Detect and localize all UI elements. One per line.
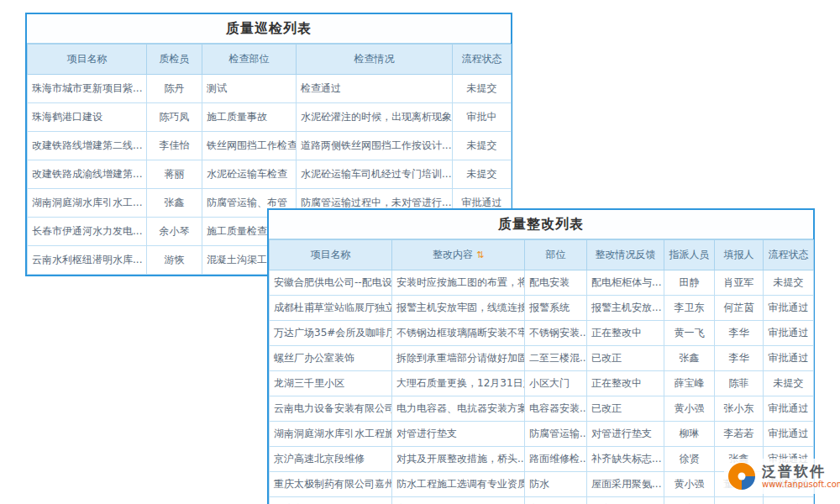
column-header: 质检员 [147, 45, 202, 75]
rectify-feedback: 屋面采用聚氨... [587, 472, 664, 497]
rectify-part: 路面维修检... [525, 447, 587, 472]
inspector-name: 陈巧凤 [147, 103, 202, 132]
inspection-part: 测试 [202, 75, 297, 103]
rectify-part: 配电安装 [525, 270, 587, 296]
rectify-feedback: 已改正 [587, 396, 664, 422]
assignee-name: 黄小强 [664, 472, 715, 497]
patrol-table-row: 改建铁路成渝线增建第...蒋丽水泥砼运输车检查水泥砼运输车司机经过专门培训...… [28, 160, 512, 189]
sort-icon[interactable]: ⇅ [476, 249, 484, 260]
patrol-header-row: 项目名称质检员检查部位检查情况流程状态 [28, 45, 512, 75]
rectify-content: 对其及开展整改措施，桥头... [392, 447, 525, 472]
project-name-link[interactable]: 重庆太极制药有限公司嘉州中... [270, 472, 392, 497]
reporter-name: 何芷茵 [715, 296, 764, 321]
fanpu-logo: 泛普软件 www.fanpusoft.com [724, 459, 840, 494]
reporter-name: 李若若 [715, 422, 764, 447]
reporter-name: 李华 [715, 346, 764, 371]
project-name-link[interactable]: 成都杜甫草堂站临展厅独立展... [270, 296, 392, 321]
rectify-table-row: 螺丝厂办公室装饰拆除到承重墙部分请做好加固...二至三楼混...已改正张鑫李华审… [270, 346, 814, 371]
rectify-table-row: 成都杜甫草堂站临展厅独立展...报警主机安放牢固，线缆连接...报警系统报警主机… [270, 296, 814, 321]
inspector-name: 蒋丽 [147, 160, 202, 189]
assignee-name: 黄小强 [664, 396, 715, 422]
rectify-feedback: 配电柜柜体与... [587, 270, 664, 296]
rectify-content: 对管进行垫支 [392, 422, 525, 447]
project-name-link[interactable]: 云南电力设备安装有限公司20... [270, 396, 392, 422]
workflow-status-badge: 未提交 [764, 497, 814, 504]
patrol-table-title: 质量巡检列表 [27, 14, 511, 44]
project-name-link[interactable]: 长春市伊通河水力发电... [28, 218, 147, 246]
project-name-link[interactable]: 珠海鹤港口建设 [28, 103, 147, 132]
patrol-table-row: 珠海鹤港口建设陈巧凤施工质量事故水泥砼灌注的时候，出现离析现象审批中 [28, 103, 512, 132]
project-name-link[interactable]: 湖南洞庭湖水库引水工... [28, 189, 147, 218]
workflow-status-badge: 未提交 [453, 75, 512, 103]
inspection-situation: 道路两侧铁丝网围挡工作按设计... [297, 132, 453, 160]
assignee-name: 林康平 [664, 497, 715, 504]
workflow-status-badge: 审批通过 [764, 321, 814, 346]
project-name-link[interactable]: 龙湖三千里小区 [270, 371, 392, 396]
rectify-part: 高大植被栽种 [525, 497, 587, 504]
workflow-status-badge: 审批通过 [764, 346, 814, 371]
rectify-table-row: 湖南洞庭湖水库引水工程施工...对管进行垫支防腐管运输...对管进行垫支柳琳李若… [270, 422, 814, 447]
workflow-status-badge: 未提交 [764, 270, 814, 296]
rectify-table-row: 重庆市鹅岭公园绿化景观提升...高大植被栽种注意高大植被栽种已完毕林康平张鑫未提… [270, 497, 814, 504]
column-header: 项目名称 [270, 240, 392, 270]
rectify-feedback: 已改正 [587, 346, 664, 371]
column-header: 整改情况反馈 [587, 240, 664, 270]
project-name-link[interactable]: 安徽合肥供电公司--配电设备... [270, 270, 392, 296]
patrol-table-row: 珠海市城市更新项目紫...陈丹测试检查通过未提交 [28, 75, 512, 103]
assignee-name: 柳琳 [664, 422, 715, 447]
workflow-status-badge: 审批通过 [764, 296, 814, 321]
inspector-name: 张鑫 [147, 189, 202, 218]
project-name-link[interactable]: 万达广场35#会所及咖啡厅空... [270, 321, 392, 346]
brand-name: 泛普软件 [762, 464, 840, 480]
rectify-table-row: 万达广场35#会所及咖啡厅空...不锈钢边框玻璃隔断安装不牢...不锈钢安装..… [270, 321, 814, 346]
project-name-link[interactable]: 珠海市城市更新项目紫... [28, 75, 147, 103]
workflow-status-badge: 未提交 [453, 160, 512, 189]
brand-url: www.fanpusoft.com [762, 480, 840, 489]
brand-text: 泛普软件 www.fanpusoft.com [762, 464, 840, 490]
rectify-part: 防腐管运输... [525, 422, 587, 447]
assignee-name: 张鑫 [664, 346, 715, 371]
inspection-part: 水泥砼运输车检查 [202, 160, 297, 189]
rectify-content: 大理石质量更换，12月31日之... [392, 371, 525, 396]
rectify-feedback: 正在整改中 [587, 371, 664, 396]
project-name-link[interactable]: 螺丝厂办公室装饰 [270, 346, 392, 371]
rectify-feedback: 对管进行垫支 [587, 422, 664, 447]
rectify-part: 防水 [525, 472, 587, 497]
rectify-table-row: 云南电力设备安装有限公司20...电力电容器、电抗器安装方案,...电容器安装.… [270, 396, 814, 422]
project-name-link[interactable]: 湖南洞庭湖水库引水工程施工... [270, 422, 392, 447]
project-name-link[interactable]: 云南水利枢纽潜明水库... [28, 246, 147, 275]
project-name-link[interactable]: 改建铁路线增建第二线... [28, 132, 147, 160]
workflow-status-badge: 审批通过 [764, 422, 814, 447]
fanpu-logo-icon [727, 461, 757, 491]
column-header: 流程状态 [453, 45, 512, 75]
project-name-link[interactable]: 重庆市鹅岭公园绿化景观提升... [270, 497, 392, 504]
rectify-table-row: 龙湖三千里小区大理石质量更换，12月31日之...小区大门正在整改中薛宝峰陈菲未… [270, 371, 814, 396]
inspection-situation: 水泥砼灌注的时候，出现离析现象 [297, 103, 453, 132]
project-name-link[interactable]: 改建铁路成渝线增建第... [28, 160, 147, 189]
rectify-header-row: 项目名称整改内容⇅部位整改情况反馈指派人员填报人流程状态 [270, 240, 814, 270]
inspector-name: 陈丹 [147, 75, 202, 103]
reporter-name: 陈菲 [715, 371, 764, 396]
rectify-feedback: 补齐缺失标志... [587, 447, 664, 472]
inspection-part: 铁丝网围挡工作检查 [202, 132, 297, 160]
column-header: 填报人 [715, 240, 764, 270]
inspection-part: 施工质量事故 [202, 103, 297, 132]
assignee-name: 薛宝峰 [664, 371, 715, 396]
rectify-feedback: 正在整改中 [587, 321, 664, 346]
rectify-content: 高大植被栽种注意 [392, 497, 525, 504]
reporter-name: 张鑫 [715, 497, 764, 504]
rectify-feedback: 已完毕 [587, 497, 664, 504]
reporter-name: 李华 [715, 321, 764, 346]
reporter-name: 张小东 [715, 396, 764, 422]
rectify-content: 安装时应按施工图的布置，将... [392, 270, 525, 296]
inspection-situation: 检查通过 [297, 75, 453, 103]
rectify-table-title: 质量整改列表 [269, 210, 813, 239]
rectify-content: 防水工程施工选调有专业资质... [392, 472, 525, 497]
patrol-table-row: 改建铁路线增建第二线...李佳怡铁丝网围挡工作检查道路两侧铁丝网围挡工作按设计.… [28, 132, 512, 160]
project-name-link[interactable]: 京沪高速北京段维修 [270, 447, 392, 472]
inspector-name: 李佳怡 [147, 132, 202, 160]
column-header-sortable[interactable]: 整改内容⇅ [392, 240, 525, 270]
inspector-name: 余小琴 [147, 218, 202, 246]
assignee-name: 徐贤 [664, 447, 715, 472]
column-header: 指派人员 [664, 240, 715, 270]
